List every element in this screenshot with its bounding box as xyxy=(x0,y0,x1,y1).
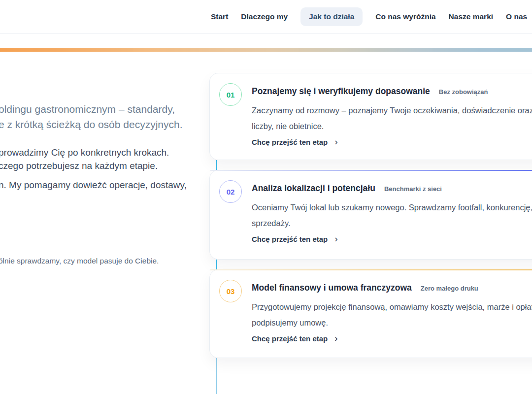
gradient-divider xyxy=(0,48,532,52)
nav-item-nasze-marki[interactable]: Nasze marki xyxy=(449,12,493,21)
nav-item-jak-to-dziala-active[interactable]: Jak to działa xyxy=(300,7,363,26)
timeline-tail xyxy=(216,358,217,394)
step-card-1: 01 Poznajemy się i weryfikujemy dopasowa… xyxy=(209,73,532,160)
top-nav: Start Dlaczego my Jak to działa Co nas w… xyxy=(0,0,532,33)
intro-subtitle-line-2: e z krótką ścieżką do osób decyzyjnych. xyxy=(0,119,183,131)
intro-paragraph1-line-2: czego potrzebujesz na każdym etapie. xyxy=(0,161,158,171)
step-cta-link[interactable]: Chcę przejść ten etap › xyxy=(252,234,532,244)
intro-note: ólnie sprawdzamy, czy model pasuje do Ci… xyxy=(0,257,159,265)
step-number-badge: 01 xyxy=(219,83,242,106)
step-tag: Bez zobowiązań xyxy=(439,88,488,96)
chevron-right-icon: › xyxy=(334,137,337,146)
step-cta-link[interactable]: Chcę przejść ten etap › xyxy=(252,137,532,147)
page: Start Dlaczego my Jak to działa Co nas w… xyxy=(0,0,532,394)
intro-subtitle-line-1: oldingu gastronomicznym – standardy, xyxy=(0,103,175,115)
step-title: Poznajemy się i weryfikujemy dopasowanie xyxy=(252,86,430,97)
chevron-right-icon: › xyxy=(334,333,337,343)
step-title: Analiza lokalizacji i potencjału xyxy=(252,183,375,194)
step-tag: Benchmarki z sieci xyxy=(384,185,442,193)
step-tag: Zero małego druku xyxy=(421,285,478,292)
step-title: Model finansowy i umowa franczyzowa xyxy=(252,283,412,293)
step-card-3: 03 Model finansowy i umowa franczyzowa Z… xyxy=(209,269,532,358)
step-description: Przygotowujemy projekcję finansową, omaw… xyxy=(252,299,532,330)
nav-items: Start Dlaczego my Jak to działa Co nas w… xyxy=(211,0,527,33)
nav-item-start[interactable]: Start xyxy=(211,12,228,21)
nav-item-o-nas[interactable]: O nas xyxy=(506,12,527,21)
chevron-right-icon: › xyxy=(334,234,337,243)
intro-paragraph2-line-1: n. My pomagamy dowieźć operacje, dostawy… xyxy=(0,180,187,191)
step-description: Oceniamy Twój lokal lub szukamy nowego. … xyxy=(252,199,532,231)
step-number-badge: 02 xyxy=(219,180,242,203)
intro-paragraph1-line-1: prowadzimy Cię po konkretnych krokach. xyxy=(0,147,169,158)
timeline-connector-1 xyxy=(216,160,217,170)
nav-item-dlaczego-my[interactable]: Dlaczego my xyxy=(241,12,288,21)
nav-item-co-nas-wyroznia[interactable]: Co nas wyróżnia xyxy=(375,12,435,21)
step-cta-link[interactable]: Chcę przejść ten etap › xyxy=(252,334,532,343)
step-description: Zaczynamy od rozmowy – poznajemy Twoje o… xyxy=(252,102,532,134)
timeline-connector-2 xyxy=(216,260,217,269)
step-number-badge: 03 xyxy=(219,280,242,302)
step-card-2: 02 Analiza lokalizacji i potencjału Benc… xyxy=(209,170,532,260)
